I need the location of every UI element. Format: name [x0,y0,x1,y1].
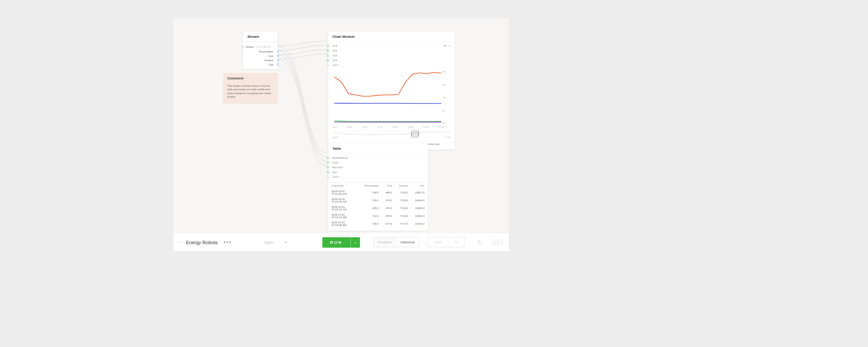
svg-text:06:56: 06:56 [408,126,413,128]
table-row: 2018-10-01 07:03:45.762723.0479.07723.01… [328,196,428,204]
table-header: Coal [382,183,396,189]
comment-node[interactable]: Comment The Stream module brings in the … [223,73,278,103]
date-range: From To [427,237,465,247]
stream-title: Stream [243,31,278,42]
chart-title: Chart Module [328,31,455,42]
svg-text:20k: 20k [443,71,446,73]
mode-segment: Realtime Historical [373,237,419,247]
stream-output-coal: Coal [243,54,278,58]
svg-text:10k: 10k [443,97,446,99]
comment-title: Comment [223,73,278,82]
table-inputs: Renewables Coal Nuclear Gas in5+ [328,154,428,182]
app-frame: Stream Stream TGG.PURLINS... Renewables … [174,18,509,251]
toolbar: « Energy Robots ••• Open + RUN ⌄ Realtim… [174,233,509,251]
table-header: Renewables [361,183,382,189]
table-row: 2018-10-01 07:03:19.791695.0479.07722.01… [328,204,428,212]
table-header: Nuclear [396,183,412,189]
stream-node[interactable]: Stream Stream TGG.PURLINS... Renewables … [243,31,278,69]
run-button-group: RUN ⌄ [322,237,360,248]
add-button[interactable]: + [284,239,288,246]
run-button[interactable]: RUN [322,237,351,248]
table-title: Table [328,143,428,154]
svg-text:5k: 5k [443,110,445,112]
table-in5: in5+ [332,174,424,180]
svg-text:06:58: 06:58 [423,126,428,128]
plus-icon[interactable]: + [338,175,340,179]
table-row: 2018-10-01 07:03:16.486712.0478.07714.01… [328,212,428,220]
svg-text:06:00: 06:00 [332,137,338,139]
table-in-nuclear: Nuclear [332,165,424,170]
data-table: timestampRenewablesCoalNuclearGas 2018-1… [328,182,428,231]
stream-output-renewables: Renewables [243,49,278,54]
svg-rect-14 [411,132,412,136]
speed-badge[interactable]: 1.0x [492,240,503,245]
svg-rect-15 [418,132,419,136]
svg-text:06:54: 06:54 [393,126,398,128]
canvas-name[interactable]: Energy Robots [186,240,217,245]
table-header: Gas [411,183,428,189]
chart-plot[interactable]: 0k5k10k15k20k06:4606:4806:5006:5206:5406… [328,69,455,129]
table-row: 2018-10-01 07:02:06.440730.0480.07725.01… [328,189,428,196]
stream-output-gas: Gas [243,62,278,67]
chart-in1: in1 [332,43,450,48]
plus-icon[interactable]: + [338,63,340,67]
svg-text:06:46: 06:46 [332,126,337,128]
svg-text:15k: 15k [443,84,446,86]
chart-in4: in4 [332,58,450,62]
port-out[interactable] [277,51,279,53]
svg-text:06:50: 06:50 [362,126,367,128]
share-icon[interactable] [477,239,482,246]
svg-text:06:52: 06:52 [378,126,383,128]
run-dropdown[interactable]: ⌄ [350,237,360,248]
table-row: 2018-10-01 07:03:08.492735.0477.07717.01… [328,220,428,231]
port-out[interactable] [277,64,279,66]
collapse-icon[interactable]: « [180,240,181,244]
chart-brush[interactable]: 06:0007:30 [332,130,450,139]
port-out[interactable] [277,55,279,57]
table-node[interactable]: Table Renewables Coal Nuclear Gas in5+ t… [328,143,428,231]
chart-in3: in3 [332,53,450,58]
table-header: timestamp [328,183,361,189]
table-in-gas: Gas [332,170,424,174]
svg-text:0k: 0k [443,122,445,124]
stream-output-nuclear: Nuclear [243,58,278,62]
table-in-renewables: Renewables [332,155,424,160]
table-in-coal: Coal [332,160,424,165]
port-out[interactable] [277,59,279,62]
open-button[interactable]: Open [264,240,274,245]
more-icon[interactable]: ••• [224,239,232,246]
svg-text:07:00: 07:00 [439,126,444,128]
stream-main-row: Stream TGG.PURLINS... [243,44,278,49]
svg-text:06:48: 06:48 [347,126,352,128]
chart-in5: in5+ [332,62,450,68]
chevron-down-icon: ⌄ [354,240,357,244]
stream-in-port[interactable] [242,46,244,48]
to-button[interactable]: To [448,238,464,247]
svg-text:07:30: 07:30 [445,137,450,139]
chart-node[interactable]: Chart Module All▾ in1 in2 in3 in4 in5+ 0… [328,31,455,150]
from-button[interactable]: From [428,238,448,247]
historical-tab[interactable]: Historical [396,238,419,247]
canvas[interactable]: Stream Stream TGG.PURLINS... Renewables … [174,18,509,233]
comment-body: The Stream module brings in the live dat… [223,82,278,103]
chart-inputs: All▾ in1 in2 in3 in4 in5+ [328,42,455,69]
svg-rect-13 [411,131,418,137]
chart-in2: in2 [332,48,450,53]
realtime-tab[interactable]: Realtime [374,238,396,247]
